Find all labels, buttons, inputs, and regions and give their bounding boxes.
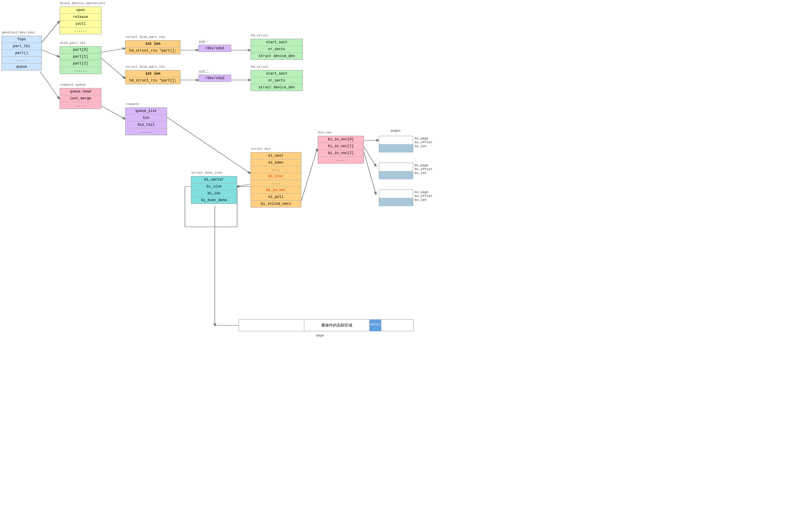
disk-part-tbl-box: disk_part_tbl part[0] part[1] part[2] ..… bbox=[60, 46, 102, 74]
req-dots: ...... bbox=[126, 128, 167, 135]
hds1-device-dev: struct device_dev bbox=[251, 53, 303, 59]
bvoffset-3-label: bv_offset bbox=[415, 194, 432, 198]
bvi-bi-bvec-done: bi_bvec_done bbox=[191, 197, 237, 204]
operate-area-box: 要操作的实际区域 bbox=[304, 319, 370, 331]
sda2-label: 分区二 bbox=[199, 70, 209, 74]
sector-text: sector bbox=[369, 319, 381, 326]
hd-struct-1: hd_struct start_sect nr_sects struct dev… bbox=[250, 39, 303, 60]
sda1-label: 分区一 bbox=[199, 40, 209, 44]
bio-bi-io-vec: bi_io_vec bbox=[251, 187, 301, 194]
page1-top bbox=[379, 136, 413, 145]
bio-vec-label: bio_vec bbox=[318, 131, 332, 134]
bvlen-3-label: bv_len bbox=[415, 198, 427, 202]
bottom-box-1 bbox=[239, 319, 304, 331]
sdpt2-int-len: int len bbox=[126, 71, 180, 77]
block-device-ops-box: block_device_operations open release ioc… bbox=[60, 6, 102, 34]
bvoffset-1-label: bv_offset bbox=[415, 140, 432, 144]
diagram: block_device_operations open release ioc… bbox=[0, 0, 812, 525]
request-queue-label: request_queue bbox=[60, 83, 86, 87]
sector-box: sector bbox=[369, 319, 381, 331]
bio-bi-inline-vecs: bi_inline_vecs bbox=[251, 200, 301, 207]
sda1-box: 分区一 /dev/sda1 bbox=[198, 45, 231, 52]
bdo-ioctl: ioctl bbox=[60, 20, 101, 28]
gendisk-dots: ..... bbox=[2, 57, 42, 63]
hd-struct-2-label: hd_struct bbox=[251, 65, 269, 69]
bio-dots2: .... bbox=[251, 180, 301, 187]
page3-box bbox=[379, 190, 413, 206]
hd-struct-2: hd_struct start_sect nr_sects struct dev… bbox=[250, 70, 303, 91]
req-bio-tail: bio_tail bbox=[126, 121, 167, 128]
sdpt1-hd-struct: hd_struct_rcu *part[]; bbox=[126, 47, 180, 54]
sdpt1-int-len: int len bbox=[126, 41, 180, 47]
gendisk-part-tbl: part_tbl bbox=[2, 43, 42, 50]
sdpt2-label: struct disk_part_tbl bbox=[126, 65, 165, 69]
dpt-part2: part[2] bbox=[60, 60, 101, 67]
operate-area-text: 要操作的实际区域 bbox=[304, 320, 369, 331]
svg-line-11 bbox=[237, 184, 250, 186]
svg-line-3 bbox=[102, 48, 125, 52]
request-label: request bbox=[126, 102, 139, 106]
req-queue-list: queue_list bbox=[126, 108, 167, 115]
block-device-ops-label: block_device_operations bbox=[60, 1, 105, 5]
svg-line-1 bbox=[40, 49, 59, 57]
struct-bio-label: struct bio bbox=[251, 147, 271, 151]
bio-vec-box: bio_vec bi_io_vec[0] bi_io_vec[1] bi_io_… bbox=[318, 136, 364, 164]
request-queue-box: request_queue queue_head last_merge ....… bbox=[60, 88, 102, 109]
bio-bi-poll: bi_poll bbox=[251, 194, 301, 200]
svg-line-15 bbox=[364, 152, 376, 194]
page3-fill bbox=[379, 198, 413, 206]
sda2-text: /dev/sda2 bbox=[199, 75, 231, 81]
dpt-dots: ...... bbox=[60, 67, 101, 74]
rq-queue-head: queue_head bbox=[60, 88, 101, 95]
hds1-nr-sects: nr_sects bbox=[251, 46, 303, 53]
page2-fill bbox=[379, 171, 413, 179]
bv-dots: .... bbox=[318, 157, 364, 163]
sdpt2-hd-struct: hd_struct_rcu *part[]; bbox=[126, 77, 180, 84]
bio-bi-bdev: bi_bdev bbox=[251, 160, 301, 166]
bvpage-3-label: bv_page bbox=[415, 191, 428, 194]
dpt-part1: part[1] bbox=[60, 54, 101, 60]
bio-bi-iter: bi_iter bbox=[251, 173, 301, 180]
struct-bvec-iter-box: struct bvec_iter bi_sector bi_size bi_id… bbox=[191, 176, 237, 204]
svg-line-2 bbox=[40, 72, 59, 99]
req-bio: bio bbox=[126, 115, 167, 121]
svg-line-9 bbox=[102, 106, 125, 119]
page2-box bbox=[379, 163, 413, 179]
disk-part-tbl-label: disk_part_tbl bbox=[60, 41, 86, 45]
page2-top bbox=[379, 163, 413, 171]
svg-line-14 bbox=[364, 147, 376, 166]
bvpage-2-label: bv_page bbox=[415, 164, 428, 167]
page3-top bbox=[379, 190, 413, 198]
svg-line-12 bbox=[301, 149, 317, 201]
struct-bvec-iter-label: struct bvec_iter bbox=[191, 171, 223, 175]
sda2-box: 分区二 /dev/sda2 bbox=[198, 75, 231, 82]
bdo-release: release bbox=[60, 14, 101, 20]
rq-dots: ...... bbox=[60, 102, 101, 109]
pages-label: pages bbox=[391, 129, 401, 133]
bvi-bi-idx: bi_idx bbox=[191, 190, 237, 197]
struct-bio-box: struct bio bi_next bi_bdev .... bi_iter … bbox=[250, 152, 301, 207]
bvi-bi-size: bi_size bbox=[191, 183, 237, 190]
hd-struct-1-label: hd_struct bbox=[251, 34, 269, 37]
bottom-area: 要操作的实际区域 sector bbox=[239, 319, 414, 331]
struct-disk-part-tbl-2: struct disk_part_tbl int len hd_struct_r… bbox=[125, 70, 181, 84]
sda1-text: /dev/sda1 bbox=[199, 45, 231, 51]
gendisk-part-fn: part() bbox=[2, 50, 42, 57]
gendisk-fops: fops bbox=[2, 36, 42, 43]
bvoffset-2-label: bv_offset bbox=[415, 167, 432, 171]
bottom-box-3 bbox=[381, 319, 414, 331]
gendisk-queue: queue bbox=[2, 63, 42, 70]
bvlen-2-label: bv_len bbox=[415, 171, 427, 175]
bvlen-1-label: bv_len bbox=[415, 145, 427, 148]
sdpt1-label: struct disk_part_tbl bbox=[126, 35, 165, 39]
bvpage-1-label: bv_page bbox=[415, 137, 428, 140]
rq-last-merge: last_merge bbox=[60, 95, 101, 102]
bvi-bi-sector: bi_sector bbox=[191, 176, 237, 183]
request-box: request queue_list bio bio_tail ...... bbox=[125, 107, 167, 135]
hds1-start-sect: start_sect bbox=[251, 39, 303, 46]
svg-line-4 bbox=[102, 58, 125, 78]
bv-io-vec-0: bi_io_vec[0] bbox=[318, 136, 364, 143]
page1-fill bbox=[379, 145, 413, 152]
gendisk-box: gendisk(/dev/sda) fops part_tbl part() .… bbox=[1, 36, 42, 71]
bdo-open: open bbox=[60, 7, 101, 14]
